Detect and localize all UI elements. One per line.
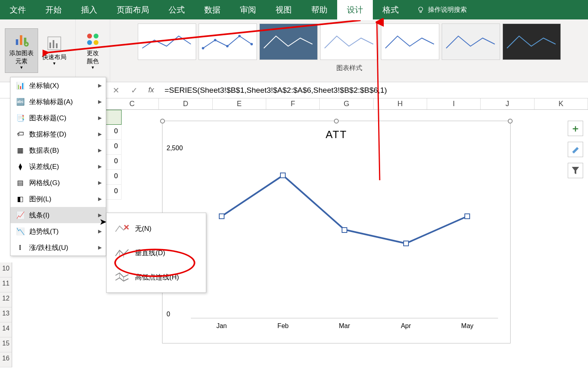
tab-design[interactable]: 设计 xyxy=(337,0,373,20)
col-header-f[interactable]: F xyxy=(266,98,320,109)
fx-icon[interactable]: fx xyxy=(143,86,159,94)
chart-plus-button[interactable]: ＋ xyxy=(568,121,583,136)
data-point[interactable] xyxy=(464,213,470,219)
row-header[interactable]: 13 xyxy=(0,307,12,322)
chevron-right-icon: ▶ xyxy=(98,115,102,121)
watermark-brand: Baidu xyxy=(475,345,520,363)
submenu-hilow[interactable]: 高低点连线(H) xyxy=(107,265,206,289)
cell[interactable] xyxy=(105,110,122,125)
updown-bar-icon: ⫿ xyxy=(15,243,25,252)
row-header[interactable]: 15 xyxy=(0,337,12,352)
svg-line-23 xyxy=(344,230,406,243)
col-header-d[interactable]: D xyxy=(159,98,212,109)
menu-axis-title[interactable]: 🔤坐标轴标题(A)▶ xyxy=(11,94,106,110)
paw-icon xyxy=(522,347,537,362)
tab-insert[interactable]: 插入 xyxy=(71,0,107,20)
col-header-j[interactable]: J xyxy=(481,98,534,109)
gridline-icon: ▤ xyxy=(15,178,25,188)
menu-gridlines[interactable]: ▤网格线(G)▶ xyxy=(11,175,106,191)
data-point[interactable] xyxy=(342,227,347,233)
data-point[interactable] xyxy=(403,241,409,246)
svg-rect-9 xyxy=(53,40,54,48)
cell[interactable]: 0 xyxy=(105,125,122,140)
formula-input[interactable]: =SERIES(Sheet3!$B$1,Sheet3!$A$2:$A$6,She… xyxy=(159,86,387,95)
col-header-k[interactable]: K xyxy=(535,98,588,109)
menu-axis[interactable]: 📊坐标轴(X)▶ xyxy=(11,77,106,94)
chart-side-buttons: ＋ xyxy=(568,121,583,178)
col-header-h[interactable]: H xyxy=(374,98,427,109)
tab-view[interactable]: 视图 xyxy=(266,0,301,20)
menu-legend[interactable]: ◧图例(L)▶ xyxy=(11,191,106,207)
style-thumb-7[interactable] xyxy=(502,23,561,60)
error-bar-icon: ⧫ xyxy=(15,162,25,171)
quick-layout-label: 快速布局 xyxy=(42,53,66,61)
row-header[interactable]: 16 xyxy=(0,352,12,367)
tab-help[interactable]: 帮助 xyxy=(301,0,337,20)
submenu-none[interactable]: 无(N) xyxy=(107,216,206,241)
row-header[interactable]: 12 xyxy=(0,292,12,307)
chart-plot-area[interactable]: 2,500 0 Jan Feb Mar Apr May xyxy=(191,148,498,318)
legend-icon: ◧ xyxy=(15,194,25,204)
row-header[interactable]: 10 xyxy=(0,262,12,277)
chart-handle[interactable] xyxy=(334,119,339,124)
chart-filter-button[interactable] xyxy=(568,163,583,178)
x-tick-label: Jan xyxy=(216,322,227,330)
menu-data-table[interactable]: ▦数据表(B)▶ xyxy=(11,142,106,158)
menu-lines[interactable]: 📈线条(I)▶ xyxy=(11,207,106,223)
chart-styles-button[interactable] xyxy=(568,142,583,157)
col-header-i[interactable]: I xyxy=(427,98,481,109)
chevron-right-icon: ▶ xyxy=(98,147,102,153)
menu-chart-title[interactable]: 📑图表标题(C)▶ xyxy=(11,110,106,126)
tab-format[interactable]: 格式 xyxy=(373,0,408,20)
style-thumb-4[interactable] xyxy=(320,23,378,60)
style-thumb-2[interactable] xyxy=(199,23,257,60)
data-point[interactable] xyxy=(219,213,225,219)
tell-me-search[interactable]: 操作说明搜索 xyxy=(417,6,467,14)
chart-handle[interactable] xyxy=(160,119,165,124)
tab-formulas[interactable]: 公式 xyxy=(159,0,195,20)
svg-rect-2 xyxy=(16,39,18,45)
hilow-icon xyxy=(115,271,129,283)
style-thumb-5[interactable] xyxy=(381,23,439,60)
tab-page-layout[interactable]: 页面布局 xyxy=(107,0,159,20)
chart-title[interactable]: ATT xyxy=(163,121,510,144)
chevron-right-icon: ▶ xyxy=(98,245,102,250)
y-tick-label: 2,500 xyxy=(167,145,183,152)
svg-point-35 xyxy=(523,354,527,358)
menu-data-labels[interactable]: 🏷数据标签(D)▶ xyxy=(11,126,106,142)
col-header-c[interactable]: C xyxy=(105,98,159,109)
quick-layout-button[interactable]: 快速布局 ▼ xyxy=(38,33,71,69)
tab-file[interactable]: 文件 xyxy=(0,0,36,20)
chart-line-series[interactable] xyxy=(191,148,498,318)
menu-trendline[interactable]: 📉趋势线(T)▶ xyxy=(11,223,106,239)
change-colors-button[interactable]: 更改 颜色 ▼ xyxy=(81,29,105,72)
quick-layout-icon xyxy=(46,35,62,51)
cell[interactable]: 0 xyxy=(105,185,122,200)
tab-review[interactable]: 审阅 xyxy=(230,0,266,20)
add-chart-element-button[interactable]: + 添加图表 元素 ▼ xyxy=(5,28,38,73)
row-header[interactable]: 11 xyxy=(0,277,12,292)
col-header-e[interactable]: E xyxy=(213,98,266,109)
cell[interactable]: 0 xyxy=(105,170,122,185)
row-header[interactable]: 14 xyxy=(0,322,12,337)
cancel-formula-button[interactable]: ✕ xyxy=(107,83,125,98)
data-point[interactable] xyxy=(280,173,286,178)
menu-error-bars[interactable]: ⧫误差线(E)▶ xyxy=(11,158,106,175)
chart-handle[interactable] xyxy=(508,119,513,124)
tab-home[interactable]: 开始 xyxy=(36,0,71,20)
submenu-droplines[interactable]: 垂直线(D) xyxy=(107,241,206,265)
style-thumb-6[interactable] xyxy=(442,23,500,60)
accept-formula-button[interactable]: ✓ xyxy=(125,83,143,98)
style-thumb-1[interactable] xyxy=(138,23,196,60)
embedded-chart[interactable]: ATT 2,500 0 Jan Feb Mar Apr May xyxy=(162,121,511,343)
brush-icon xyxy=(571,145,580,154)
col-header-g[interactable]: G xyxy=(320,98,373,109)
svg-point-18 xyxy=(238,35,241,37)
chevron-right-icon: ▶ xyxy=(98,196,102,202)
tab-data[interactable]: 数据 xyxy=(195,0,230,20)
style-thumb-3[interactable] xyxy=(259,23,318,60)
cell[interactable]: 0 xyxy=(105,140,122,155)
cell[interactable]: 0 xyxy=(105,155,122,170)
svg-line-24 xyxy=(406,216,468,243)
menu-updown-bars[interactable]: ⫿涨/跌柱线(U)▶ xyxy=(11,239,106,256)
